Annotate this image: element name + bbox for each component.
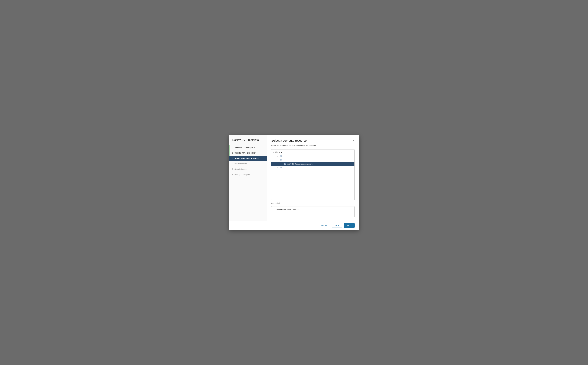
step-4: 4 Review details	[229, 161, 267, 166]
svg-rect-2	[276, 152, 277, 153]
step-5-number: 5	[232, 168, 233, 170]
deploy-ovf-dialog: Deploy OVF Template 1 Select an OVF temp…	[229, 135, 359, 230]
checkmark-icon: ✓	[274, 208, 275, 210]
tree-item-cluster3[interactable]: >	[271, 166, 354, 169]
svg-rect-16	[281, 168, 282, 168]
svg-rect-1	[276, 152, 277, 152]
datacenter-icon	[275, 151, 278, 154]
svg-rect-7	[280, 159, 282, 161]
next-button[interactable]: NEXT	[344, 223, 355, 228]
svg-rect-5	[281, 156, 282, 156]
resource-tree-panel: ∨ DC1 >	[271, 149, 355, 200]
step-2-label: Select a name and folder	[235, 152, 256, 154]
step-2-number: 2	[232, 152, 233, 154]
step-2[interactable]: 2 Select a name and folder	[229, 150, 267, 155]
cluster-icon-2	[280, 159, 283, 161]
tree-item-dc1[interactable]: ∨ DC1	[271, 151, 354, 154]
svg-rect-9	[281, 160, 282, 161]
toggle-cluster2[interactable]: ∨	[277, 159, 280, 161]
cancel-button[interactable]: CANCEL	[317, 223, 330, 228]
main-header: Select a compute resource ×	[271, 139, 355, 142]
svg-rect-15	[281, 167, 282, 168]
tree-item-host1[interactable]: init87-10-3.dev.purestorage.com	[271, 162, 354, 166]
step-5: 5 Select storage	[229, 166, 267, 172]
tree-item-cluster2[interactable]: ∨	[271, 158, 354, 162]
sidebar: Deploy OVF Template 1 Select an OVF temp…	[229, 135, 267, 221]
compatibility-message: Compatibility checks succeeded.	[276, 208, 302, 210]
tree-host1-label: init87-10-3.dev.purestorage.com	[287, 163, 312, 165]
cluster-icon-1	[280, 155, 283, 157]
compatibility-panel: ✓ Compatibility checks succeeded.	[271, 206, 355, 217]
main-content: Select a compute resource × Select the d…	[267, 135, 359, 221]
svg-rect-11	[284, 163, 286, 164]
svg-rect-4	[280, 155, 282, 157]
toggle-cluster3[interactable]: >	[277, 167, 280, 168]
step-3-label: Select a compute resource	[235, 157, 259, 159]
step-4-number: 4	[232, 163, 233, 165]
compatibility-success: ✓ Compatibility checks succeeded.	[274, 208, 352, 210]
toggle-dc1[interactable]: ∨	[273, 152, 275, 154]
cluster-icon-3	[280, 166, 283, 169]
tree-dc1-label: DC1	[278, 152, 282, 154]
sidebar-title: Deploy OVF Template	[229, 138, 267, 145]
svg-rect-8	[281, 160, 282, 160]
svg-rect-13	[284, 164, 286, 164]
svg-rect-3	[276, 153, 277, 153]
step-4-label: Review details	[235, 163, 247, 165]
compatibility-label: Compatibility	[271, 202, 355, 204]
svg-rect-14	[280, 167, 282, 168]
dialog-footer: CANCEL BACK NEXT	[229, 221, 359, 230]
dialog-body: Deploy OVF Template 1 Select an OVF temp…	[229, 135, 359, 221]
step-6-label: Ready to complete	[235, 173, 250, 175]
step-6: 6 Ready to complete	[229, 172, 267, 177]
step-3-number: 3	[232, 157, 233, 159]
step-5-label: Select storage	[235, 168, 247, 170]
svg-rect-6	[281, 156, 282, 157]
main-title: Select a compute resource	[271, 139, 307, 142]
tree-item-cluster1[interactable]: >	[271, 154, 354, 158]
toggle-cluster1[interactable]: >	[277, 155, 280, 157]
step-1[interactable]: 1 Select an OVF template	[229, 145, 267, 150]
back-button[interactable]: BACK	[332, 223, 342, 228]
close-button[interactable]: ×	[352, 139, 355, 142]
step-3[interactable]: 3 Select a compute resource	[229, 155, 267, 161]
host-icon	[284, 163, 287, 165]
step-1-label: Select an OVF template	[235, 146, 255, 148]
compatibility-section: Compatibility	[271, 202, 355, 204]
step-6-number: 6	[232, 173, 233, 175]
svg-rect-12	[284, 164, 286, 164]
section-description: Select the destination compute resource …	[271, 145, 355, 147]
step-1-number: 1	[232, 146, 233, 148]
